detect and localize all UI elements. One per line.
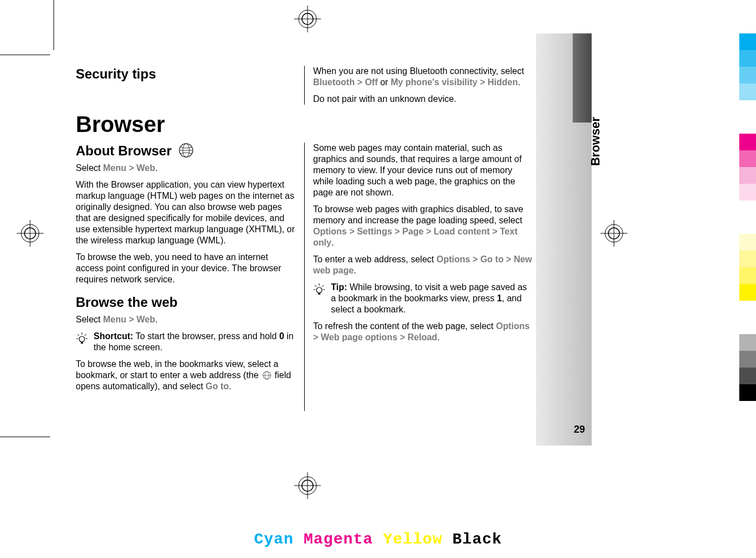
color-calibration-bar: [739, 33, 756, 401]
text-select-menu-web-2: Select Menu > Web.: [76, 314, 295, 325]
text: .: [155, 315, 157, 324]
menu-sep: >: [129, 163, 136, 173]
globe-icon: [179, 143, 193, 158]
svg-rect-20: [81, 342, 83, 344]
menu-options: Options: [436, 254, 470, 264]
menu-sep: >: [506, 254, 514, 264]
cmyk-yellow: Yellow: [383, 531, 442, 548]
text: To browse the web, in the bookmarks view…: [76, 359, 279, 380]
cmyk-black: Black: [452, 531, 502, 548]
text: Select: [76, 315, 103, 324]
menu-sep: >: [492, 227, 500, 236]
color-swatch: [739, 84, 756, 100]
text: About Browser: [76, 143, 172, 158]
menu-hidden: Hidden: [487, 77, 518, 87]
shortcut-callout: Shortcut: To start the browser, press an…: [76, 331, 295, 353]
svg-point-19: [79, 336, 85, 342]
color-swatch: [739, 150, 756, 167]
menu-web: Web: [136, 315, 155, 324]
color-swatch: [739, 384, 756, 401]
menu-options: Options: [496, 321, 529, 331]
text-disable-graphics: To browse web pages with graphics disabl…: [313, 204, 533, 248]
menu-bluetooth: Bluetooth: [313, 77, 355, 87]
shortcut-text: Shortcut: To start the browser, press an…: [94, 331, 295, 353]
text-select-menu-web: Select Menu > Web.: [76, 163, 295, 174]
lightbulb-icon: [76, 332, 88, 344]
svg-line-22: [77, 334, 79, 336]
text-browse-bookmarks: To browse the web, in the bookmarks view…: [76, 359, 295, 392]
menu-sep: >: [357, 77, 365, 87]
heading-browse-the-web: Browse the web: [76, 294, 295, 311]
text: or: [380, 77, 391, 87]
menu-web: Web: [136, 163, 155, 173]
svg-line-32: [315, 285, 316, 287]
svg-point-29: [316, 287, 322, 293]
menu-menu: Menu: [103, 163, 126, 173]
text: .: [518, 77, 520, 87]
text: .: [437, 332, 440, 342]
lightbulb-icon: [313, 283, 325, 295]
page-number: 29: [574, 424, 585, 435]
text: To start the browser, press and hold: [133, 331, 279, 341]
menu-sep: >: [480, 77, 487, 87]
text-memory-note: Some web pages may contain material, suc…: [313, 143, 533, 198]
menu-page: Page: [402, 227, 423, 236]
svg-line-23: [85, 334, 86, 336]
svg-line-33: [322, 285, 324, 287]
crop-mark: [0, 55, 50, 55]
menu-go-to: Go to: [206, 381, 229, 391]
cmyk-cyan: Cyan: [254, 531, 294, 548]
registration-mark-icon: [294, 6, 321, 32]
side-tab-accent: [573, 33, 592, 123]
text: To browse web pages with graphics disabl…: [313, 204, 523, 225]
cmyk-magenta: Magenta: [304, 531, 373, 548]
menu-web-page-options: Web page options: [321, 332, 397, 342]
color-swatch: [739, 50, 756, 67]
text-refresh: To refresh the content of the web page, …: [313, 321, 533, 343]
text: To enter a web address, select: [313, 254, 436, 264]
page-title: Browser: [76, 110, 533, 138]
text: .: [354, 266, 356, 275]
crop-mark: [0, 437, 50, 437]
heading-about-browser: About Browser: [76, 143, 295, 159]
menu-sep: >: [129, 315, 136, 324]
color-swatch: [739, 267, 756, 284]
menu-load-content: Load content: [434, 227, 490, 236]
menu-visibility: My phone's visibility: [391, 77, 477, 87]
menu-menu: Menu: [103, 315, 126, 324]
text: .: [331, 238, 334, 247]
side-tab: Browser 29: [536, 33, 592, 446]
color-swatch: [739, 368, 756, 384]
text-enter-address: To enter a web address, select Options >…: [313, 254, 533, 276]
color-swatch: [739, 351, 756, 368]
menu-off: Off: [365, 77, 378, 87]
text: When you are not using Bluetooth connect…: [313, 66, 524, 76]
color-swatch: [739, 251, 756, 267]
color-swatch: [739, 234, 756, 251]
registration-mark-icon: [601, 220, 627, 247]
text: To refresh the content of the web page, …: [313, 321, 496, 331]
menu-sep: >: [313, 332, 321, 342]
label-tip: Tip:: [331, 282, 347, 292]
tip-callout: Tip: While browsing, to visit a web page…: [313, 282, 533, 315]
text-security-tips: When you are not using Bluetooth connect…: [313, 66, 533, 88]
key-0: 0: [279, 331, 284, 341]
color-swatch: [739, 184, 756, 200]
text-do-not-pair: Do not pair with an unknown device.: [313, 94, 533, 105]
side-tab-label: Browser: [588, 117, 603, 166]
crop-mark: [53, 0, 54, 50]
globe-icon: [262, 371, 271, 380]
tip-text: Tip: While browsing, to visit a web page…: [331, 282, 533, 315]
color-swatch: [739, 284, 756, 301]
menu-sep: >: [426, 227, 434, 236]
menu-sep: >: [349, 227, 357, 236]
color-swatch: [739, 167, 756, 184]
menu-settings: Settings: [357, 227, 392, 236]
color-swatch: [739, 301, 756, 334]
menu-go-to: Go to: [480, 254, 504, 264]
menu-sep: >: [400, 332, 408, 342]
menu-options: Options: [313, 227, 347, 236]
page-content: Security tips When you are not using Blu…: [76, 66, 533, 411]
color-swatch: [739, 334, 756, 351]
text: Select: [76, 163, 103, 173]
